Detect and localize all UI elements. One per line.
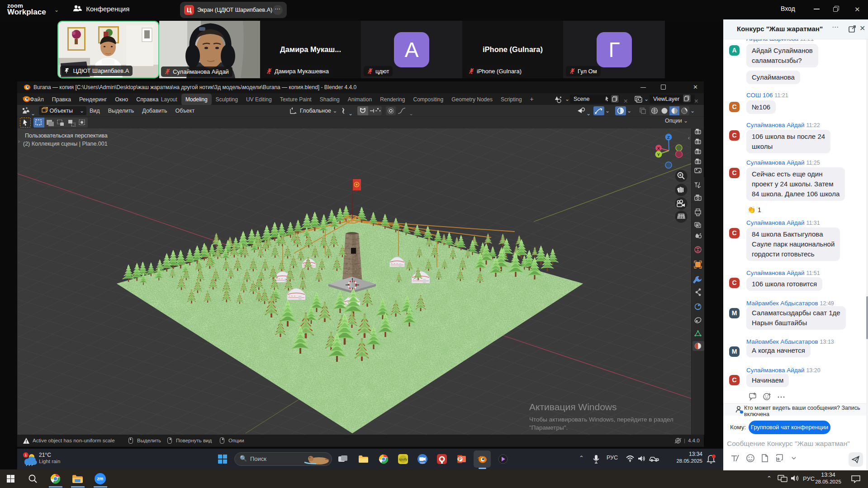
svg-text:Активация Windows: Активация Windows <box>529 402 617 412</box>
svg-text:›: › <box>18 138 20 144</box>
svg-text:‹: ‹ <box>688 135 690 141</box>
svg-text:1: 1 <box>24 453 27 457</box>
svg-text:Z: Z <box>667 135 670 140</box>
svg-text:P: P <box>459 457 462 462</box>
svg-text:spuify: spuify <box>399 458 408 461</box>
svg-text:(2) Коллекция сцены | Plane.00: (2) Коллекция сцены | Plane.001 <box>23 141 108 147</box>
svg-text:Чтобы активировать Windows, пе: Чтобы активировать Windows, перейдите в … <box>529 416 674 423</box>
svg-text:Y: Y <box>657 152 660 157</box>
svg-text:"Параметры".: "Параметры". <box>529 424 568 431</box>
svg-text:Пользовательская перспектива: Пользовательская перспектива <box>25 133 108 139</box>
svg-text:X: X <box>657 146 660 151</box>
svg-text:zoom: zoom <box>420 462 425 464</box>
